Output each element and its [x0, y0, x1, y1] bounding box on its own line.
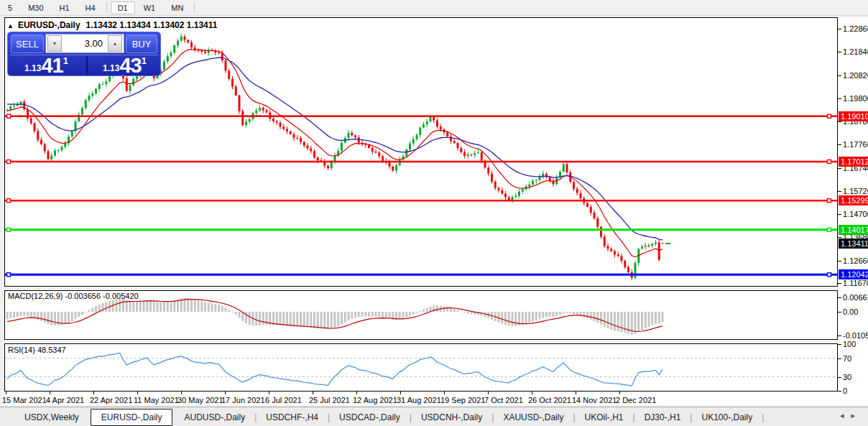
date-axis-tick: [137, 392, 138, 394]
rsi-axis-tick: [838, 377, 841, 378]
macd-axis-tick: [838, 312, 841, 312]
macd-axis-label: 0.00: [843, 307, 858, 316]
date-axis-tick: [356, 392, 357, 394]
level-price-badge: 1.15299: [839, 195, 868, 205]
price-axis-label: 1.20820: [843, 71, 868, 80]
chart-title: ▲EURUSD-,Daily1.13432 1.13434 1.13402 1.…: [7, 20, 217, 30]
level-price-badge: 1.19010: [839, 111, 868, 121]
timeframe-button-5[interactable]: 5: [1, 1, 19, 14]
timeframe-toolbar: 5M30H1H4D1W1MN: [0, 0, 868, 16]
price-axis-tick: [838, 214, 841, 215]
level-price-badge: 1.14017: [839, 225, 868, 235]
chart-tab-ukoil-h1[interactable]: UKOil-,H1: [576, 409, 632, 425]
tab-separator: |: [410, 412, 412, 422]
sell-price-display[interactable]: 1.13411: [9, 56, 83, 75]
toolbar-separator: [106, 2, 107, 13]
date-axis-label: 7 Oct 2021: [484, 396, 523, 404]
buy-price-display[interactable]: 1.13431: [86, 56, 162, 75]
chart-tab-xauusd-daily[interactable]: XAUUSD-,Daily: [494, 409, 572, 425]
price-axis-label: 1.11670: [843, 279, 868, 287]
chart-tab-usdchf-h4[interactable]: USDCHF-,H4: [257, 409, 327, 425]
chart-tab-usdcnh-daily[interactable]: USDCNH-,Daily: [412, 409, 491, 425]
chart-tab-audusd-daily[interactable]: AUDUSD-,Daily: [175, 409, 254, 425]
price-axis-tick: [838, 261, 841, 261]
date-axis-tick: [181, 392, 182, 394]
panel-splitter[interactable]: [4, 287, 838, 290]
rsi-axis-label: 0: [843, 386, 847, 395]
date-axis-label: 11 May 2021: [134, 396, 179, 404]
current-price-badge: 1.13411: [839, 239, 868, 249]
tab-scroll-left-icon[interactable]: ◂: [840, 411, 851, 420]
volume-increase-button[interactable]: ▲: [108, 35, 122, 52]
price-axis-label: 1.14700: [843, 210, 868, 218]
date-axis-tick: [93, 392, 94, 394]
date-axis-tick: [313, 392, 313, 394]
date-axis-tick: [269, 392, 269, 394]
tab-separator: |: [633, 412, 635, 422]
chart-tab-dj30-h1[interactable]: DJ30-,H1: [636, 409, 690, 425]
sell-price-big: 41: [41, 54, 63, 77]
date-axis-tick: [532, 392, 532, 394]
timeframe-button-w1[interactable]: W1: [137, 1, 163, 14]
sell-price-sup: 1: [63, 55, 68, 66]
rsi-axis-tick: [838, 391, 841, 392]
price-axis-label: 1.12660: [843, 256, 868, 265]
rsi-chart-canvas[interactable]: [4, 343, 838, 392]
price-axis-label: 1.19800: [843, 94, 868, 103]
sell-price-small: 1.13: [24, 63, 41, 73]
macd-label: MACD(12,26,9) -0.003656 -0.005420: [8, 292, 139, 300]
price-axis-label: 1.21840: [843, 47, 868, 56]
date-axis-label: 15 Mar 2021: [2, 396, 47, 404]
rsi-axis-tick: [838, 358, 841, 359]
volume-spinner: ▼ ▲: [45, 34, 124, 53]
volume-input[interactable]: [63, 37, 106, 50]
volume-decrease-button[interactable]: ▼: [47, 35, 62, 52]
date-axis-tick: [400, 392, 401, 394]
panel-splitter[interactable]: [4, 341, 838, 343]
one-click-trade-panel: SELL ▼ ▲ BUY 1.13411 1.13431: [7, 32, 161, 76]
chart-tab-usdx-weekly[interactable]: USDX,Weekly: [16, 409, 88, 425]
macd-axis-label: 0.006611: [843, 293, 868, 302]
rsi-label: RSI(14) 48.5347: [8, 346, 66, 354]
date-axis-label: 17 Jun 2021: [221, 396, 265, 404]
date-axis-tick: [225, 392, 226, 394]
buy-button[interactable]: BUY: [126, 34, 157, 53]
price-axis-tick: [838, 121, 841, 122]
timeframe-button-d1[interactable]: D1: [111, 1, 135, 14]
date-axis-label: 22 Apr 2021: [90, 396, 132, 404]
tab-scroll-right-icon[interactable]: ▸: [851, 411, 862, 420]
price-axis-tick: [838, 144, 841, 145]
timeframe-button-mn[interactable]: MN: [164, 1, 190, 14]
chart-tab-usdcad-daily[interactable]: USDCAD-,Daily: [331, 409, 409, 425]
timeframe-button-h1[interactable]: H1: [52, 1, 77, 14]
timeframe-button-m30[interactable]: M30: [21, 1, 50, 14]
date-axis-label: 14 Nov 2021: [572, 396, 617, 404]
price-axis-label: 1.15720: [843, 187, 868, 195]
chart-tab-eurusd-daily[interactable]: EURUSD-,Daily: [91, 409, 173, 426]
tab-separator: |: [328, 412, 330, 422]
trading-terminal: 5M30H1H4D1W1MN ▲EURUSD-,Daily1.13432 1.1…: [0, 0, 868, 426]
date-axis-label: 26 Oct 2021: [528, 396, 571, 404]
macd-axis-tick: [838, 297, 841, 298]
toolbar-separator: [194, 2, 195, 13]
rsi-axis-label: 30: [843, 373, 851, 381]
macd-axis-label: -0.010595: [843, 331, 868, 340]
chart-tab-uk100-daily[interactable]: UK100-,Daily: [693, 409, 761, 425]
tab-scroll-arrows: ◂▸: [840, 411, 862, 420]
sell-button[interactable]: SELL: [11, 34, 44, 53]
date-axis-tick: [576, 392, 576, 394]
date-axis-label: 2 Dec 2021: [616, 396, 656, 404]
chart-tab-bar: USDX,WeeklyEURUSD-,DailyAUDUSD-,Daily|US…: [0, 407, 868, 426]
date-axis-tick: [444, 392, 445, 394]
ohlc-readout: 1.13432 1.13434 1.13402 1.13411: [86, 20, 218, 30]
date-axis-label: 4 Apr 2021: [46, 396, 84, 404]
date-axis-tick: [488, 392, 489, 394]
date-axis-tick: [619, 392, 620, 394]
price-axis-tick: [838, 283, 841, 284]
date-axis-label: 19 Sep 2021: [440, 396, 485, 404]
date-axis-label: 6 Jul 2021: [265, 396, 302, 404]
tab-separator: |: [254, 412, 257, 422]
buy-price-big: 43: [119, 54, 141, 77]
collapse-panel-icon[interactable]: ▲: [7, 22, 14, 29]
timeframe-button-h4[interactable]: H4: [78, 1, 103, 14]
